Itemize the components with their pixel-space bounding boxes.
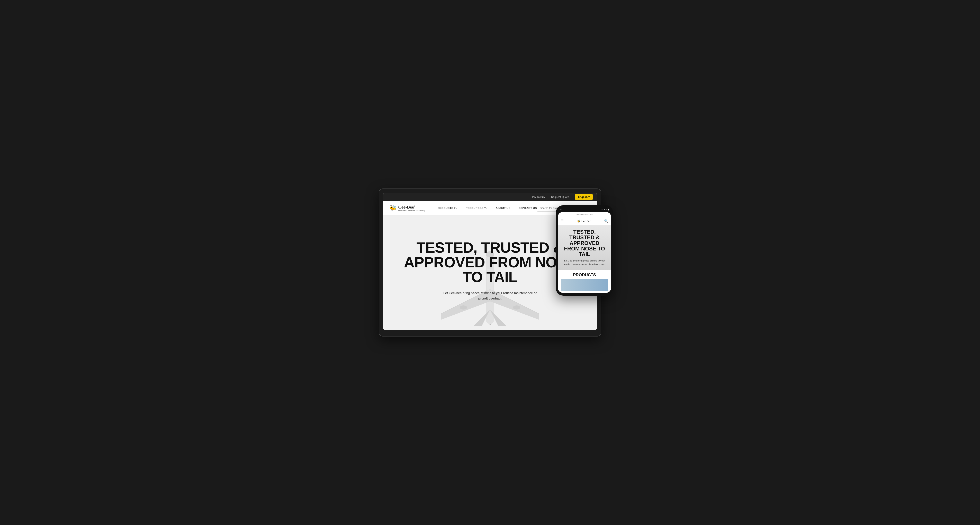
nav-links: PRODUCTS ▾ RESOURCES ▾ ABOUT US CONTACT …	[438, 207, 537, 210]
screen-bezel: How To Buy Request Quote English ▾ 🐝 Cee…	[379, 189, 601, 336]
bee-icon: 🐝	[390, 205, 396, 212]
phone-screen: www.ceebee.com ☰ 🐝 Cee-Bee 🔍 TESTED, TRU…	[558, 212, 611, 293]
scroll-arrow-icon: ↓	[489, 321, 491, 326]
language-button[interactable]: English ▾	[575, 194, 593, 200]
nav-contact-us[interactable]: CONTACT US	[519, 207, 537, 210]
svg-point-8	[460, 305, 467, 310]
language-arrow-icon: ▾	[589, 196, 590, 199]
phone-time: 9:41	[560, 208, 564, 211]
request-quote-link[interactable]: Request Quote	[551, 196, 569, 199]
phone-bee-icon: 🐝	[577, 220, 581, 223]
phone-url: www.ceebee.com	[576, 213, 592, 215]
tagline: Innovative Aviation Chemistry	[398, 210, 425, 212]
logo-area[interactable]: 🐝 Cee-Bee® Innovative Aviation Chemistry	[390, 204, 425, 212]
hamburger-icon[interactable]: ☰	[561, 219, 564, 223]
phone-products-image	[561, 279, 608, 291]
phone-nav: ☰ 🐝 Cee-Bee 🔍	[558, 217, 611, 225]
utility-bar: How To Buy Request Quote English ▾	[383, 193, 597, 201]
phone-products-title: PRODUCTS	[561, 272, 608, 277]
hero-subtitle: Let Cee-Bee bring peace of mind to your …	[439, 291, 541, 301]
phone-hero-title: TESTED, TRUSTED & APPROVED FROM NOSE TO …	[561, 229, 608, 257]
phone-status-bar: 9:41 ▲▲ ≈ ▮	[558, 208, 611, 212]
phone-search-icon[interactable]: 🔍	[604, 219, 608, 223]
nav-resources[interactable]: RESOURCES ▾	[466, 207, 488, 210]
phone-logo[interactable]: 🐝 Cee-Bee	[577, 220, 590, 223]
nav-about-us[interactable]: ABOUT US	[496, 207, 511, 210]
how-to-buy-link[interactable]: How To Buy	[531, 196, 545, 199]
mobile-phone-mockup: 9:41 ▲▲ ≈ ▮ www.ceebee.com ☰ 🐝 Cee-Bee 🔍	[556, 205, 613, 296]
phone-products-section: PRODUCTS	[558, 270, 611, 293]
content-wrapper: How To Buy Request Quote English ▾ 🐝 Cee…	[383, 193, 597, 330]
svg-point-9	[513, 305, 520, 310]
nav-products[interactable]: PRODUCTS ▾	[438, 207, 457, 210]
phone-brand: Cee-Bee	[581, 220, 590, 223]
phone-hero: TESTED, TRUSTED & APPROVED FROM NOSE TO …	[558, 225, 611, 270]
brand-name: Cee-Bee®	[398, 204, 425, 210]
hero-title: TESTED, TRUSTED & APPROVED FROM NOSE TO …	[398, 240, 582, 285]
phone-url-bar: www.ceebee.com	[558, 212, 611, 217]
language-label: English	[578, 196, 587, 199]
phone-hero-subtitle: Let Cee-Bee bring peace of mind to your …	[561, 259, 608, 266]
phone-signal-icons: ▲▲ ≈ ▮	[601, 208, 609, 211]
logo-text: Cee-Bee® Innovative Aviation Chemistry	[398, 204, 425, 212]
